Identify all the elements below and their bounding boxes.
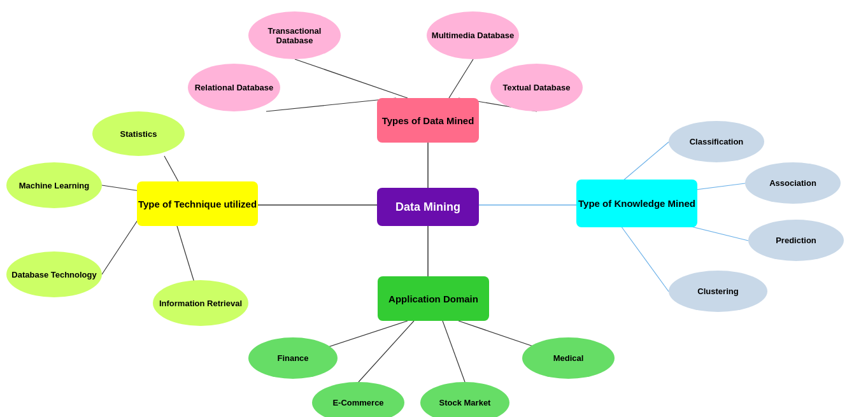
svg-line-4 [295, 59, 408, 98]
svg-line-9 [102, 185, 140, 191]
ecommerce-node: E-Commerce [312, 382, 404, 417]
type-of-knowledge-node: Type of Knowledge Mined [576, 180, 697, 227]
center-node: Data Mining [377, 188, 479, 226]
prediction-node: Prediction [748, 220, 844, 261]
textual-database-node: Textual Database [490, 64, 583, 111]
svg-line-8 [164, 156, 178, 181]
types-of-data-mined-node: Types of Data Mined [377, 98, 479, 143]
statistics-node: Statistics [92, 111, 185, 156]
svg-line-15 [621, 226, 669, 292]
svg-line-18 [443, 321, 465, 382]
transactional-database-node: Transactional Database [248, 11, 341, 59]
database-technology-node: Database Technology [6, 251, 102, 297]
relational-database-node: Relational Database [188, 64, 280, 111]
association-node: Association [745, 162, 841, 204]
svg-line-17 [359, 321, 414, 382]
information-retrieval-node: Information Retrieval [153, 280, 248, 326]
application-domain-node: Application Domain [378, 276, 489, 321]
classification-node: Classification [669, 121, 764, 162]
type-of-technique-node: Type of Technique utilized [137, 181, 258, 226]
medical-node: Medical [522, 337, 615, 379]
svg-line-10 [102, 216, 140, 274]
finance-node: Finance [248, 337, 338, 379]
multimedia-database-node: Multimedia Database [427, 11, 519, 59]
clustering-node: Clustering [669, 271, 767, 312]
stock-market-node: Stock Market [420, 382, 509, 417]
machine-learning-node: Machine Learning [6, 162, 102, 208]
svg-line-5 [449, 59, 473, 98]
